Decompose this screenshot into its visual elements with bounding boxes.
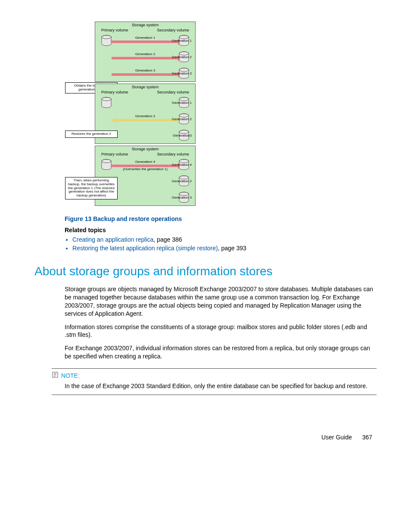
diagram-row: Generation 2Generation 2 [95, 49, 195, 65]
diagram-row: Generation 3Generation 3 [95, 65, 195, 81]
body-paragraph: For Exchange 2003/2007, individual infor… [65, 344, 377, 361]
cylinder-icon [101, 113, 112, 124]
cylinder-icon: Generation 1 [179, 97, 189, 108]
generation-label: Generation 2 [172, 55, 192, 59]
cylinder-icon: Generation 1 [179, 35, 189, 46]
storage-panel: Storage systemPrimary volumeSecondary vo… [95, 146, 196, 206]
cylinder-icon: Generation3 [179, 130, 189, 141]
primary-volume-label: Primary volume [101, 152, 128, 156]
generation-label: Generation 1 [172, 101, 192, 105]
primary-volume-label: Primary volume [101, 28, 128, 32]
related-topics-list: Creating an application replica, page 38… [65, 236, 377, 252]
arrow-label: Generation 3 [135, 68, 155, 72]
panel-title: Storage system [95, 22, 195, 28]
note-heading: NOTE: [52, 371, 377, 380]
cylinder-icon: Generation 3 [179, 192, 189, 203]
body-paragraph: Information stores comprise the constitu… [65, 323, 377, 339]
diagram-row: Generation 1Generation 1 [95, 32, 195, 49]
generation-label: Generation 3 [172, 196, 192, 199]
diagram-row: Generation 2Generation 2 [95, 111, 195, 127]
note-text: In the case of Exchange 2003 Standard Ed… [65, 382, 377, 390]
cylinder-icon: Generation 2 [179, 175, 189, 187]
cylinder-icon: Generation 3 [179, 68, 189, 79]
secondary-volume-label: Secondary volume [157, 28, 189, 32]
link-page-ref: , page 393 [218, 245, 246, 252]
secondary-volume-label: Secondary volume [157, 90, 189, 94]
generation-label: Generation 2 [172, 117, 192, 121]
storage-panel: Storage systemPrimary volumeSecondary vo… [95, 84, 196, 144]
primary-volume-label: Primary volume [101, 90, 128, 94]
arrow-label: Generation 2 [135, 52, 155, 56]
link-text[interactable]: Creating an application replica [72, 236, 153, 243]
cylinder-icon [101, 97, 112, 108]
secondary-volume-label: Secondary volume [157, 152, 189, 156]
section-heading: About storage groups and information sto… [34, 264, 377, 278]
cylinder-icon [101, 68, 112, 79]
panel-title: Storage system [95, 84, 195, 90]
body-paragraph: Storage groups are objects managed by Mi… [65, 285, 377, 318]
related-topics-label: Related topics [65, 227, 377, 233]
link-text[interactable]: Restoring the latest application replica… [72, 245, 218, 252]
figure-caption: Figure 13 Backup and restore operations [65, 215, 377, 222]
cylinder-icon: Generation 4 [179, 159, 189, 170]
note-icon [52, 371, 59, 380]
arrow-right-icon [112, 40, 179, 43]
footer-guide: User Guide [321, 434, 352, 441]
generation-label: Generation 4 [172, 163, 192, 167]
arrow-label: Generation 1 [135, 36, 155, 40]
cylinder-icon [101, 35, 112, 46]
generation-label: Generation3 [173, 134, 192, 137]
arrow-label: Generation 4 [135, 160, 155, 164]
arrow-label: Generation 2 [135, 114, 155, 118]
diagram-row: Generation 4(Overwrites the generation 1… [95, 156, 195, 173]
cylinder-icon [101, 159, 112, 170]
page-footer: User Guide 367 [34, 434, 377, 441]
cylinder-icon [101, 51, 112, 62]
generation-label: Generation 3 [172, 72, 192, 75]
arrow-right-icon [112, 73, 179, 76]
note-label: NOTE: [61, 372, 80, 379]
side-annotation: Restores the generation 2 [65, 131, 118, 138]
generation-label: Generation 2 [172, 179, 192, 183]
generation-label: Generation 1 [172, 39, 192, 43]
panel-title: Storage system [95, 146, 195, 152]
arrow-right-icon [112, 57, 179, 59]
storage-panel: Storage systemPrimary volumeSecondary vo… [95, 22, 196, 82]
diagram-row: Generation 1 [95, 94, 195, 111]
side-annotation: Then, when performing backup, the backup… [65, 177, 118, 199]
arrow-sublabel: (Overwrites the generation 1) [112, 168, 179, 171]
related-topic-link[interactable]: Creating an application replica, page 38… [72, 236, 377, 243]
footer-page-number: 367 [362, 434, 372, 441]
cylinder-icon: Generation 2 [179, 51, 189, 62]
cylinder-icon: Generation 2 [179, 113, 189, 124]
link-page-ref: , page 386 [153, 236, 182, 243]
related-topic-link[interactable]: Restoring the latest application replica… [72, 245, 377, 252]
backup-restore-diagram: Storage systemPrimary volumeSecondary vo… [95, 22, 377, 206]
note-block: NOTE: In the case of Exchange 2003 Stand… [52, 368, 377, 395]
